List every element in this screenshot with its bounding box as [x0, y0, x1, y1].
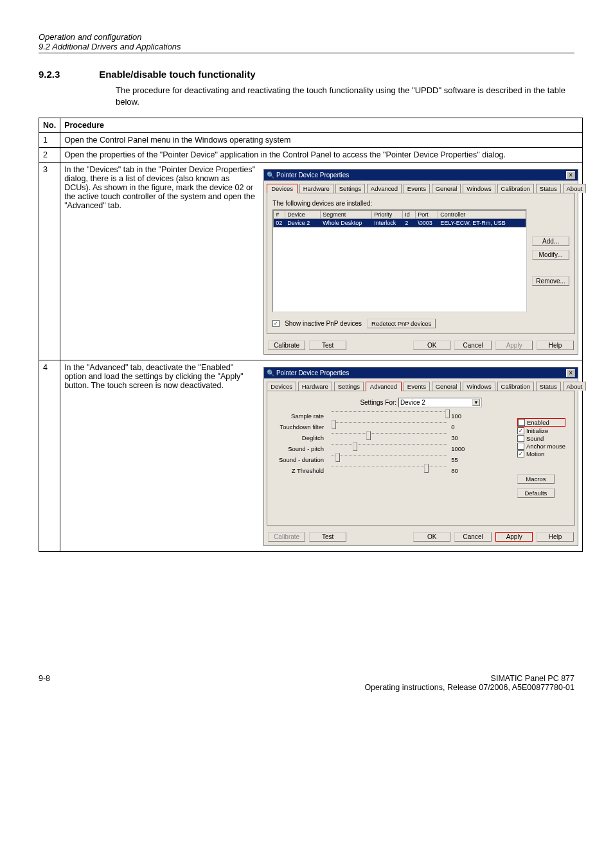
settings-for-combo[interactable]: Device 2 — [398, 398, 482, 407]
tab-body: The following devices are installed: # D… — [267, 193, 575, 334]
tab-windows[interactable]: Windows — [463, 382, 495, 391]
tab-hardware[interactable]: Hardware — [298, 382, 332, 391]
cell: 02 — [274, 219, 285, 227]
tab-general[interactable]: General — [432, 184, 461, 193]
table-row: 4 In the "Advanced" tab, deactivate the … — [39, 360, 583, 552]
slider-label: Touchdown filter — [278, 423, 328, 430]
tab-general[interactable]: General — [432, 382, 461, 391]
th-no: No. — [39, 118, 60, 133]
anchor-label: Anchor mouse — [526, 443, 565, 450]
table-row: 2 Open the properties of the "Pointer De… — [39, 148, 583, 163]
apply-button[interactable]: Apply — [495, 341, 533, 350]
ok-button[interactable]: OK — [413, 341, 450, 350]
ok-button[interactable]: OK — [413, 532, 450, 542]
tab-about[interactable]: About — [563, 184, 587, 193]
dialog-titlebar: 🔍 Pointer Device Properties × — [264, 170, 578, 181]
cancel-button[interactable]: Cancel — [454, 341, 492, 350]
row-no: 1 — [39, 133, 60, 148]
enabled-checkbox[interactable] — [518, 419, 525, 426]
enabled-label: Enabled — [527, 419, 549, 426]
th-proc: Procedure — [60, 118, 583, 133]
modify-button[interactable]: Modify... — [532, 250, 569, 260]
col-device: Device — [285, 211, 321, 218]
show-inactive-label: Show inactive PnP devices — [285, 320, 362, 327]
search-icon: 🔍 — [267, 172, 276, 179]
list-header: # Device Segment Priority Id Port Contro… — [273, 210, 526, 219]
help-button[interactable]: Help — [537, 532, 574, 542]
slider-label: Deglitch — [278, 434, 328, 441]
defaults-button[interactable]: Defaults — [517, 488, 555, 498]
initialize-checkbox[interactable]: ✓ — [517, 427, 524, 434]
motion-label: Motion — [526, 450, 545, 457]
calibrate-button[interactable]: Calibrate — [268, 532, 305, 542]
z-threshold-slider[interactable] — [332, 466, 447, 475]
tab-events[interactable]: Events — [404, 382, 430, 391]
tab-windows[interactable]: Windows — [463, 184, 495, 193]
procedure-table: No. Procedure 1 Open the Control Panel m… — [39, 118, 583, 552]
sound-checkbox[interactable] — [517, 435, 524, 442]
tab-advanced[interactable]: Advanced — [366, 382, 402, 391]
tab-calibration[interactable]: Calibration — [497, 184, 534, 193]
tab-devices[interactable]: Devices — [267, 184, 298, 193]
tab-events[interactable]: Events — [404, 184, 430, 193]
col-num: # — [274, 211, 285, 218]
motion-checkbox[interactable]: ✓ — [517, 450, 524, 457]
footer-release: Operating instructions, Release 07/2006,… — [364, 683, 574, 692]
section-line: 9.2 Additional Drivers and Applications — [39, 42, 574, 51]
tab-settings[interactable]: Settings — [334, 382, 364, 391]
device-list[interactable]: # Device Segment Priority Id Port Contro… — [272, 209, 527, 312]
tab-status[interactable]: Status — [536, 382, 561, 391]
show-inactive-checkbox[interactable]: ✓ — [272, 320, 280, 327]
col-priority: Priority — [372, 211, 403, 218]
anchor-checkbox[interactable] — [517, 443, 524, 450]
sound-pitch-slider[interactable] — [332, 444, 447, 453]
tab-body: Settings For: Device 2 Sample rate100 To… — [267, 391, 575, 526]
dialog-titlebar: 🔍 Pointer Device Properties × — [264, 368, 578, 378]
tab-row: Devices Hardware Settings Advanced Event… — [264, 378, 578, 391]
touchdown-slider[interactable] — [332, 422, 447, 431]
slider-label: Sound - pitch — [278, 445, 328, 452]
macros-button[interactable]: Macros — [517, 474, 555, 484]
close-icon[interactable]: × — [566, 171, 575, 179]
calibrate-button[interactable]: Calibrate — [268, 341, 305, 350]
section-number: 9.2.3 — [39, 69, 96, 80]
cell: EELY-ECW, ET-Rm, USB — [438, 219, 526, 227]
apply-button[interactable]: Apply — [495, 532, 533, 542]
pointer-device-dialog-advanced: 🔍 Pointer Device Properties × Devices Ha… — [263, 367, 578, 546]
close-icon[interactable]: × — [566, 369, 575, 377]
tab-advanced[interactable]: Advanced — [367, 184, 402, 193]
table-row: 3 In the "Devices" tab in the "Pointer D… — [39, 163, 583, 360]
sample-rate-slider[interactable] — [332, 411, 447, 420]
tab-hardware[interactable]: Hardware — [299, 184, 333, 193]
deglitch-slider[interactable] — [332, 433, 447, 442]
test-button[interactable]: Test — [309, 341, 346, 350]
cell: Whole Desktop — [321, 219, 372, 227]
remove-button[interactable]: Remove... — [532, 276, 569, 286]
tab-calibration[interactable]: Calibration — [497, 382, 534, 391]
slider-value: 0 — [451, 423, 470, 430]
col-id: Id — [403, 211, 416, 218]
row-no: 3 — [39, 163, 60, 360]
slider-label: Z Threshold — [278, 467, 328, 474]
cell: Device 2 — [285, 219, 321, 227]
page-header: Operation and configuration 9.2 Addition… — [39, 32, 574, 53]
test-button[interactable]: Test — [309, 532, 346, 542]
help-button[interactable]: Help — [537, 341, 574, 350]
slider-value: 80 — [451, 467, 470, 474]
slider-value: 30 — [451, 434, 470, 441]
tab-devices[interactable]: Devices — [267, 382, 296, 391]
sound-duration-slider[interactable] — [332, 455, 447, 464]
row-desc: In the "Advanced" tab, deactivate the "E… — [64, 363, 257, 549]
slider-value: 1000 — [451, 445, 470, 452]
add-button[interactable]: Add... — [532, 236, 569, 246]
pointer-device-dialog-devices: 🔍 Pointer Device Properties × Devices Ha… — [263, 169, 578, 355]
tab-status[interactable]: Status — [536, 184, 561, 193]
slider-value: 100 — [451, 412, 470, 420]
tab-settings[interactable]: Settings — [335, 184, 365, 193]
tab-about[interactable]: About — [563, 382, 587, 391]
doc-title: Operation and configuration — [39, 32, 574, 42]
table-row: 1 Open the Control Panel menu in the Win… — [39, 133, 583, 148]
cancel-button[interactable]: Cancel — [454, 532, 492, 542]
redetect-button[interactable]: Redetect PnP devices — [367, 319, 436, 328]
list-row-selected[interactable]: 02 Device 2 Whole Desktop Interlock 2 \0… — [273, 219, 526, 227]
